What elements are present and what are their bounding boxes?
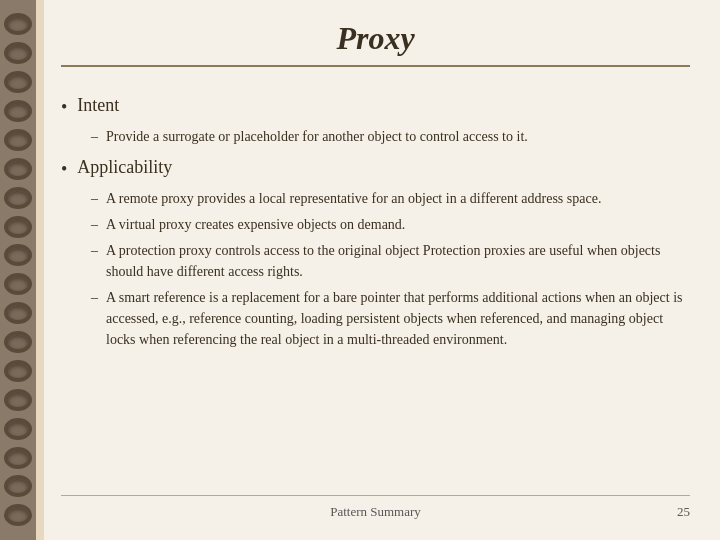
- spiral-ring: [4, 447, 32, 469]
- applicability-sub-3: – A protection proxy controls access to …: [91, 240, 690, 282]
- sub-dash-1: –: [91, 126, 98, 147]
- spiral-ring: [4, 475, 32, 497]
- spiral-ring: [4, 129, 32, 151]
- applicability-sub-text-1: A remote proxy provides a local represen…: [106, 188, 601, 209]
- sub-dash-app-4: –: [91, 287, 98, 308]
- slide-container: Proxy • Intent – Provide a surrogate or …: [0, 0, 720, 540]
- applicability-sub-text-2: A virtual proxy creates expensive object…: [106, 214, 405, 235]
- footer-pattern-summary: Pattern Summary: [330, 504, 421, 520]
- applicability-sub-bullets: – A remote proxy provides a local repres…: [91, 188, 690, 350]
- spiral-ring: [4, 331, 32, 353]
- spiral-ring: [4, 504, 32, 526]
- spiral-ring: [4, 187, 32, 209]
- sub-dash-app-3: –: [91, 240, 98, 261]
- slide-body: • Intent – Provide a surrogate or placeh…: [61, 77, 690, 495]
- intent-section: • Intent: [61, 95, 690, 120]
- intent-sub-text-1: Provide a surrogate or placeholder for a…: [106, 126, 528, 147]
- spiral-ring: [4, 42, 32, 64]
- bullet-dot-applicability: •: [61, 157, 67, 182]
- applicability-sub-1: – A remote proxy provides a local repres…: [91, 188, 690, 209]
- slide-content: Proxy • Intent – Provide a surrogate or …: [36, 0, 720, 540]
- applicability-sub-4: – A smart reference is a replacement for…: [91, 287, 690, 350]
- slide-title: Proxy: [61, 20, 690, 67]
- spiral-ring: [4, 273, 32, 295]
- intent-sub-1: – Provide a surrogate or placeholder for…: [91, 126, 690, 147]
- sub-dash-app-1: –: [91, 188, 98, 209]
- spiral-binding: [0, 0, 36, 540]
- sub-dash-app-2: –: [91, 214, 98, 235]
- footer-page-number: 25: [677, 504, 690, 520]
- applicability-sub-text-3: A protection proxy controls access to th…: [106, 240, 690, 282]
- spiral-ring: [4, 158, 32, 180]
- spiral-ring: [4, 244, 32, 266]
- spiral-ring: [4, 100, 32, 122]
- spiral-ring: [4, 360, 32, 382]
- applicability-heading: Applicability: [77, 157, 172, 178]
- applicability-sub-text-4: A smart reference is a replacement for a…: [106, 287, 690, 350]
- spiral-ring: [4, 71, 32, 93]
- spiral-ring: [4, 418, 32, 440]
- applicability-sub-2: – A virtual proxy creates expensive obje…: [91, 214, 690, 235]
- bullet-dot-intent: •: [61, 95, 67, 120]
- applicability-section: • Applicability: [61, 157, 690, 182]
- intent-sub-bullets: – Provide a surrogate or placeholder for…: [91, 126, 690, 147]
- spiral-ring: [4, 389, 32, 411]
- spiral-ring: [4, 13, 32, 35]
- spiral-ring: [4, 216, 32, 238]
- slide-footer: Pattern Summary 25: [61, 495, 690, 520]
- intent-heading: Intent: [77, 95, 119, 116]
- spiral-ring: [4, 302, 32, 324]
